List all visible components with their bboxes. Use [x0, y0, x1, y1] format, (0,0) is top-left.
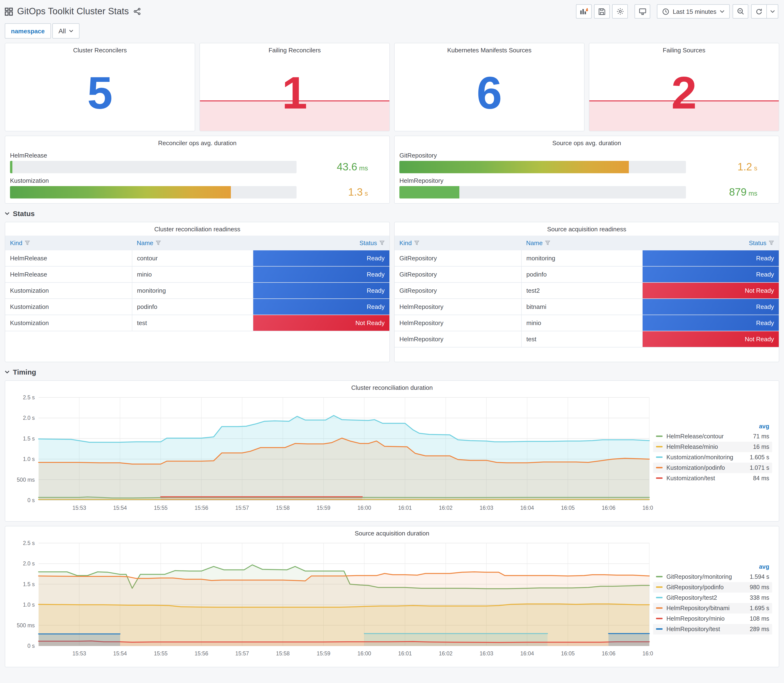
series-color-swatch	[656, 607, 663, 609]
filter-funnel-icon[interactable]	[379, 240, 385, 245]
filter-funnel-icon[interactable]	[25, 240, 30, 245]
svg-text:15:57: 15:57	[236, 650, 249, 657]
legend-item-gitrepository-monitoring[interactable]: GitRepository/monitoring 1.594 s	[653, 571, 772, 582]
cell-kind: Kustomization	[5, 299, 132, 315]
tv-mode-button[interactable]	[635, 4, 650, 19]
filter-funnel-icon[interactable]	[414, 240, 419, 245]
svg-text:15:55: 15:55	[154, 505, 168, 511]
legend-item-helmrepository-bitnami[interactable]: HelmRepository/bitnami 1.695 s	[653, 603, 772, 613]
filter-funnel-icon[interactable]	[769, 240, 774, 245]
legend-item-helmrepository-minio[interactable]: HelmRepository/minio 108 ms	[653, 613, 772, 624]
time-series-plot[interactable]: 15:5315:5415:5515:5615:5715:5815:5916:00…	[9, 392, 653, 513]
column-header-status[interactable]: Status	[253, 236, 390, 250]
panel-title[interactable]: Source acquisition duration	[5, 526, 779, 537]
legend-avg-value: 108 ms	[750, 615, 769, 622]
refresh-interval-dropdown[interactable]	[767, 4, 778, 19]
column-header-kind[interactable]: Kind	[5, 236, 132, 250]
svg-text:16:00: 16:00	[358, 505, 371, 511]
legend-avg-value: 289 ms	[750, 626, 769, 632]
stat-value: 1	[282, 73, 308, 112]
legend-series-name: HelmRepository/test	[667, 626, 746, 632]
svg-text:15:59: 15:59	[317, 650, 330, 657]
time-range-label: Last 15 minutes	[673, 8, 717, 15]
time-series-plot[interactable]: 15:5315:5415:5515:5615:5715:5815:5916:00…	[9, 537, 653, 659]
svg-text:16:06: 16:06	[602, 505, 616, 511]
panel-title[interactable]: Kubernetes Manifests Sources	[394, 43, 584, 54]
cell-name: minio	[521, 315, 642, 331]
refresh-icon	[755, 8, 763, 15]
column-header-status[interactable]: Status	[642, 236, 779, 250]
section-header-status[interactable]: Status	[5, 209, 779, 218]
svg-text:16:03: 16:03	[479, 505, 494, 511]
table-panel-cluster-reconciliation-readiness: Cluster reconciliation readiness Kind Na…	[5, 222, 390, 362]
tables-row: Cluster reconciliation readiness Kind Na…	[5, 222, 779, 362]
namespace-filter-dropdown[interactable]: All	[52, 23, 80, 38]
column-header-name[interactable]: Name	[132, 236, 253, 250]
cell-kind: HelmRepository	[394, 331, 521, 347]
svg-text:16:05: 16:05	[561, 505, 575, 511]
share-icon[interactable]	[133, 8, 141, 15]
section-header-timing[interactable]: Timing	[5, 368, 779, 376]
filter-funnel-icon[interactable]	[156, 240, 161, 245]
gauge-row-gitrepository: GitRepository 1.2s	[399, 152, 774, 173]
panel-title[interactable]: Failing Sources	[589, 43, 779, 54]
panel-title[interactable]: Source acquisition readiness	[394, 222, 779, 233]
cell-kind: HelmRelease	[5, 266, 132, 282]
panel-title[interactable]: Cluster reconciliation duration	[5, 381, 779, 392]
legend-item-helmrepository-test[interactable]: HelmRepository/test 289 ms	[653, 624, 772, 634]
cell-name: monitoring	[521, 250, 642, 266]
legend-item-helmrelease-contour[interactable]: HelmRelease/contour 71 ms	[653, 431, 772, 441]
panel-title[interactable]: Failing Reconcilers	[200, 43, 390, 54]
add-panel-button[interactable]	[576, 4, 592, 19]
svg-text:15:54: 15:54	[113, 650, 127, 657]
status-badge: Not Ready	[643, 331, 779, 347]
refresh-button[interactable]	[751, 4, 767, 19]
status-badge: Ready	[643, 299, 779, 314]
gauge-label: HelmRelease	[10, 152, 385, 159]
legend-avg-header[interactable]: avg	[653, 562, 772, 571]
time-range-picker[interactable]: Last 15 minutes	[657, 4, 730, 19]
series-color-swatch	[656, 436, 663, 437]
legend-item-kustomization-podinfo[interactable]: Kustomization/podinfo 1.071 s	[653, 462, 772, 473]
svg-text:15:56: 15:56	[194, 650, 208, 657]
legend-item-kustomization-test[interactable]: Kustomization/test 84 ms	[653, 473, 772, 483]
svg-text:16:02: 16:02	[439, 505, 453, 511]
zoom-out-button[interactable]	[733, 4, 748, 19]
table-row: GitRepository podinfo Ready	[394, 266, 779, 282]
svg-text:15:54: 15:54	[113, 505, 127, 511]
stat-body: 6	[394, 54, 584, 131]
legend-series-name: HelmRepository/bitnami	[667, 605, 746, 611]
legend-series-name: HelmRepository/minio	[667, 615, 746, 622]
svg-text:16:02: 16:02	[439, 650, 453, 657]
status-badge: Not Ready	[253, 315, 390, 331]
stat-panel-failing-sources: Failing Sources 2	[589, 43, 779, 131]
dashboard-grid-icon[interactable]	[5, 7, 13, 16]
save-dashboard-button[interactable]	[594, 4, 610, 19]
status-badge: Ready	[643, 250, 779, 266]
cell-name: contour	[132, 250, 253, 266]
filter-funnel-icon[interactable]	[545, 240, 550, 245]
panel-title[interactable]: Source ops avg. duration	[394, 136, 779, 147]
stat-value: 5	[87, 73, 113, 112]
column-header-kind[interactable]: Kind	[394, 236, 521, 250]
column-header-name[interactable]: Name	[521, 236, 642, 250]
svg-text:1.0 s: 1.0 s	[23, 456, 35, 462]
svg-text:2.0 s: 2.0 s	[23, 415, 35, 421]
cell-name: podinfo	[521, 266, 642, 282]
legend-series-name: GitRepository/test2	[667, 594, 746, 601]
legend-avg-header[interactable]: avg	[653, 422, 772, 431]
dashboard-settings-button[interactable]	[612, 4, 628, 19]
legend-item-helmrelease-minio[interactable]: HelmRelease/minio 16 ms	[653, 441, 772, 452]
panel-title[interactable]: Cluster Reconcilers	[5, 43, 195, 54]
status-badge: Ready	[253, 283, 390, 298]
panel-title[interactable]: Reconciler ops avg. duration	[5, 136, 390, 147]
save-icon	[598, 8, 606, 15]
legend-item-gitrepository-test2[interactable]: GitRepository/test2 338 ms	[653, 592, 772, 603]
legend-item-kustomization-monitoring[interactable]: Kustomization/monitoring 1.605 s	[653, 452, 772, 462]
namespace-filter-label[interactable]: namespace	[5, 23, 51, 38]
legend-item-gitrepository-podinfo[interactable]: GitRepository/podinfo 980 ms	[653, 582, 772, 592]
svg-text:2.5 s: 2.5 s	[23, 394, 35, 401]
gauge-panel-reconciler-ops-avg-duration: Reconciler ops avg. duration HelmRelease…	[5, 136, 390, 204]
panel-title[interactable]: Cluster reconciliation readiness	[5, 222, 390, 233]
bar-gauge-track	[399, 186, 686, 199]
